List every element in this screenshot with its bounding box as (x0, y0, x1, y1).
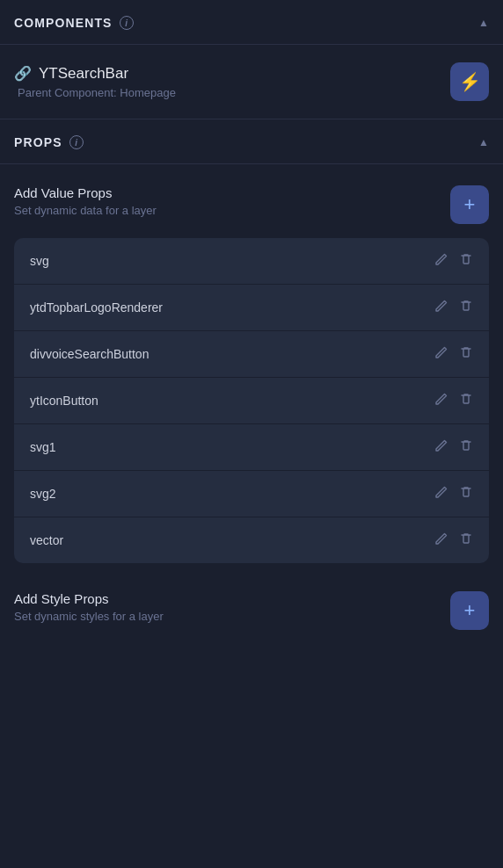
components-header: COMPONENTS i ▲ (0, 0, 503, 45)
add-value-title: Add Value Props (14, 185, 157, 200)
components-title: COMPONENTS (14, 16, 113, 30)
prop-item: svg (14, 238, 489, 285)
add-style-props-section: Add Style Props Set dynamic styles for a… (0, 570, 503, 644)
trash-icon[interactable] (459, 345, 473, 363)
prop-name: ytdTopbarLogoRenderer (30, 300, 163, 315)
pencil-icon[interactable] (434, 485, 448, 503)
add-value-props-section: Add Value Props Set dynamic data for a l… (0, 164, 503, 238)
props-info-icon[interactable]: i (69, 135, 84, 149)
trash-icon[interactable] (459, 392, 473, 409)
prop-name: ytIconButton (30, 394, 98, 408)
prop-item: ytIconButton (14, 378, 489, 424)
lightning-icon: ⚡ (459, 71, 481, 92)
props-header-section: PROPS i ▲ (0, 119, 503, 164)
prop-actions (434, 252, 473, 270)
prop-actions (434, 392, 473, 409)
prop-item: ytdTopbarLogoRenderer (14, 285, 489, 331)
add-style-title: Add Style Props (14, 591, 164, 606)
trash-icon[interactable] (459, 299, 473, 316)
props-list: svg ytdTopbarLogoRenderer (0, 238, 503, 563)
pencil-icon[interactable] (434, 299, 448, 316)
prop-item: svg1 (14, 424, 489, 471)
props-header-left: PROPS i (14, 135, 84, 149)
trash-icon[interactable] (459, 532, 473, 549)
trash-icon[interactable] (459, 252, 473, 270)
pencil-icon[interactable] (434, 438, 448, 456)
pencil-icon[interactable] (434, 252, 448, 270)
prop-name: divvoiceSearchButton (30, 347, 149, 361)
prop-item: vector (14, 517, 489, 563)
prop-item: divvoiceSearchButton (14, 331, 489, 378)
link-icon: 🔗 (14, 65, 32, 82)
trash-icon[interactable] (459, 438, 473, 456)
prop-actions (434, 485, 473, 503)
props-title: PROPS (14, 135, 62, 149)
prop-name: vector (30, 533, 63, 547)
pencil-icon[interactable] (434, 345, 448, 363)
add-value-props-button[interactable]: + (450, 185, 489, 224)
prop-actions (434, 438, 473, 456)
components-chevron-icon[interactable]: ▲ (478, 17, 489, 29)
component-info-left: 🔗 YTSearchBar Parent Component: Homepage (14, 65, 176, 99)
trash-icon[interactable] (459, 485, 473, 503)
add-value-subtitle: Set dynamic data for a layer (14, 204, 157, 217)
add-style-props-button[interactable]: + (450, 591, 489, 630)
prop-name: svg (30, 254, 49, 268)
component-info-section: 🔗 YTSearchBar Parent Component: Homepage… (0, 45, 503, 119)
add-style-subtitle: Set dynamic styles for a layer (14, 610, 164, 623)
prop-actions (434, 345, 473, 363)
component-name-row: 🔗 YTSearchBar (14, 65, 176, 83)
lightning-button[interactable]: ⚡ (450, 62, 489, 101)
pencil-icon[interactable] (434, 392, 448, 409)
prop-name: svg1 (30, 440, 56, 454)
add-style-left: Add Style Props Set dynamic styles for a… (14, 591, 164, 623)
prop-item: svg2 (14, 471, 489, 517)
component-name: YTSearchBar (39, 65, 128, 83)
header-left: COMPONENTS i (14, 16, 134, 30)
props-chevron-icon[interactable]: ▲ (478, 136, 489, 148)
pencil-icon[interactable] (434, 532, 448, 549)
prop-actions (434, 299, 473, 316)
components-info-icon[interactable]: i (120, 16, 134, 30)
prop-actions (434, 532, 473, 549)
add-value-left: Add Value Props Set dynamic data for a l… (14, 185, 157, 217)
prop-name: svg2 (30, 487, 56, 501)
component-parent: Parent Component: Homepage (14, 86, 176, 99)
